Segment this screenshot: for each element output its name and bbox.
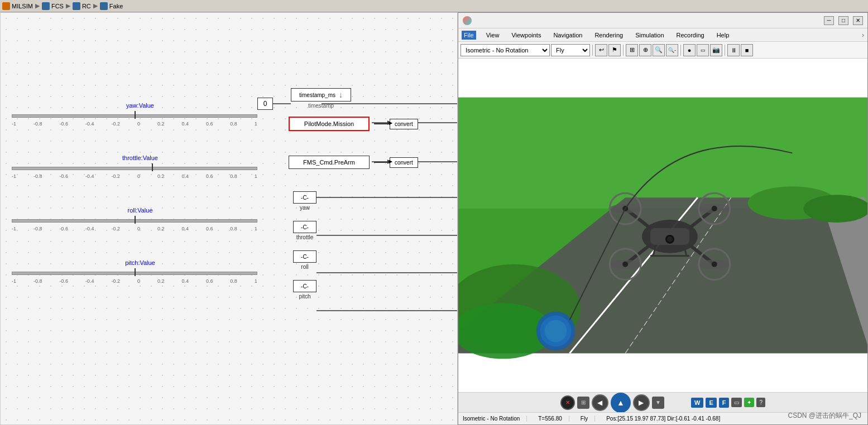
fmscmd-area: FMS_Cmd.PreArm ▶ convert xyxy=(289,156,418,169)
maximize-button[interactable]: □ xyxy=(838,16,848,25)
yaw-signal-label: yaw xyxy=(300,205,310,211)
nav-w-btn[interactable]: W xyxy=(691,398,703,408)
nav-center-btn[interactable]: ▲ xyxy=(611,393,631,413)
nav-square-btn[interactable]: ⊞ xyxy=(577,397,589,409)
viewer-window-controls: ─ □ ✕ xyxy=(824,16,863,25)
menu-viewpoints[interactable]: Viewpoints xyxy=(509,31,543,40)
throttle-slider-bg xyxy=(12,167,257,170)
pitch-slider-container[interactable]: -1 -0.8 -0.6 -0.4 -0.2 0 0.2 0.4 0.6 0.8… xyxy=(12,268,257,284)
menu-simulation[interactable]: Simulation xyxy=(633,31,666,40)
throttle-signal-label: throttle xyxy=(296,234,314,240)
fly-mode-select[interactable]: Fly xyxy=(551,44,590,56)
pitch-slider-thumb[interactable] xyxy=(135,268,136,276)
pilotmode-block: PilotMode.Mission xyxy=(289,117,370,131)
pitch-slider-track[interactable] xyxy=(12,268,257,278)
breadcrumb-label-fcs: FCS xyxy=(51,3,64,9)
add-viewpoint-button[interactable]: ⚑ xyxy=(608,44,621,56)
close-button[interactable]: ✕ xyxy=(853,16,863,25)
svg-point-42 xyxy=(667,236,673,242)
yaw-slider-group: yaw:Value -1 -0.8 -0.6 -0.4 -0.2 0 0.2 xyxy=(12,102,268,127)
menu-rendering[interactable]: Rendering xyxy=(592,31,625,40)
screenshot-button[interactable]: 📷 xyxy=(710,44,722,56)
main-container: yaw:Value -1 -0.8 -0.6 -0.4 -0.2 0 0.2 xyxy=(0,12,868,425)
svg-point-47 xyxy=(803,195,867,223)
breadcrumb-item-fcs[interactable]: FCS xyxy=(42,2,64,10)
breadcrumb-sep-3: ▶ xyxy=(93,2,98,9)
breadcrumb-item-rc[interactable]: RC xyxy=(73,2,91,10)
status-viewmode: Isometric - No Rotation xyxy=(463,416,527,422)
menu-help[interactable]: Help xyxy=(714,31,732,40)
throttle-slider-thumb[interactable] xyxy=(152,163,153,171)
throttle-slider-track[interactable] xyxy=(12,163,257,173)
roll-slider-thumb[interactable] xyxy=(135,216,136,224)
nav-help-btn[interactable]: ? xyxy=(756,398,765,407)
down-icon: ▼ xyxy=(655,399,661,405)
record-button[interactable]: ● xyxy=(683,44,696,56)
pitch-scale: -1 -0.8 -0.6 -0.4 -0.2 0 0.2 0.4 0.6 0.8… xyxy=(12,278,257,284)
status-time: T=556.80 xyxy=(538,416,569,422)
menu-more-icon[interactable]: › xyxy=(862,31,864,39)
fake-icon xyxy=(100,2,108,10)
zoom-in-button[interactable]: 🔍 xyxy=(653,44,665,56)
roll-scale: -1 -0.8 -0.6 -0.4 -0.2 0 0.2 0.4 0.6 0.8… xyxy=(12,226,257,231)
viewport-3d[interactable] xyxy=(458,59,867,392)
arrow-line-1: ▶ xyxy=(374,123,390,124)
timestamp-area: timestamp_ms ↓ timestamp xyxy=(291,88,351,109)
roll-slider-group: roll:Value -1 -0.8 -0.6 -0.4 -0.2 0 0.2 xyxy=(12,207,268,231)
screenshot-text-button[interactable]: ▭ xyxy=(697,44,709,56)
nav-stop-circle[interactable]: ✕ xyxy=(560,395,575,410)
nav-up-icon: ▲ xyxy=(617,398,625,407)
svg-point-36 xyxy=(712,262,717,267)
svg-point-35 xyxy=(622,262,628,267)
move-to-object-button[interactable]: ⊞ xyxy=(626,44,638,56)
nav-f-btn[interactable]: F xyxy=(719,398,730,408)
zoom-out-button[interactable]: 🔍- xyxy=(666,44,678,56)
svg-point-34 xyxy=(712,206,717,211)
yaw-signal-block: -C- xyxy=(293,191,316,204)
left-arrow-icon: ◀ xyxy=(597,399,602,407)
roll-slider-container[interactable]: -1 -0.8 -0.6 -0.4 -0.2 0 0.2 0.4 0.6 0.8… xyxy=(12,216,257,231)
zero-block: 0 xyxy=(257,98,273,110)
center-on-button[interactable]: ⊕ xyxy=(639,44,651,56)
breadcrumb-item-milsim[interactable]: MILSIM xyxy=(2,2,33,10)
scene-svg xyxy=(458,59,867,392)
nav-e-btn[interactable]: E xyxy=(706,398,716,408)
yaw-slider-container[interactable]: -1 -0.8 -0.6 -0.4 -0.2 0 0.2 0.4 0.6 0.8… xyxy=(12,111,257,127)
breadcrumb: MILSIM ▶ FCS ▶ RC ▶ Fake xyxy=(2,2,123,10)
breadcrumb-sep-1: ▶ xyxy=(35,2,40,9)
viewpoint-select[interactable]: Isometric - No Rotation xyxy=(461,44,550,56)
roll-slider-track[interactable] xyxy=(12,216,257,226)
svg-point-22 xyxy=(545,320,567,342)
simulink-canvas[interactable]: yaw:Value -1 -0.8 -0.6 -0.4 -0.2 0 0.2 xyxy=(0,12,458,425)
breadcrumb-label-rc: RC xyxy=(82,3,91,9)
menu-recording[interactable]: Recording xyxy=(674,31,707,40)
yaw-slider-track[interactable] xyxy=(12,111,257,121)
fmscmd-block: FMS_Cmd.PreArm xyxy=(289,156,370,169)
yaw-slider-thumb[interactable] xyxy=(135,111,136,119)
throttle-signal-group: -C- throttle xyxy=(293,221,316,240)
breadcrumb-item-fake[interactable]: Fake xyxy=(100,2,123,10)
nav-left-btn[interactable]: ◀ xyxy=(592,394,608,411)
viewer-titlebar: ─ □ ✕ xyxy=(458,13,867,28)
nav-right-btn[interactable]: ▶ xyxy=(633,394,650,411)
viewer-title-left xyxy=(463,16,472,25)
pause-button[interactable]: ⏸ xyxy=(727,44,740,56)
yaw-label: yaw:Value xyxy=(12,102,268,109)
throttle-slider-container[interactable]: -1 -0.8 -0.6 -0.4 -0.2 0 0.2 0.4 0.6 0.8… xyxy=(12,163,257,179)
toolbar-sep-3 xyxy=(680,45,681,56)
nav-screen-btn[interactable]: ▭ xyxy=(731,398,742,407)
throttle-slider-group: throttle:Value -1 -0.8 -0.6 -0.4 -0.2 0 … xyxy=(12,154,268,179)
breadcrumb-label-fake: Fake xyxy=(109,3,123,9)
minimize-button[interactable]: ─ xyxy=(824,16,834,25)
yaw-scale: -1 -0.8 -0.6 -0.4 -0.2 0 0.2 0.4 0.6 0.8… xyxy=(12,121,257,127)
timestamp-label: timestamp xyxy=(308,103,334,109)
menu-file[interactable]: File xyxy=(462,31,476,40)
stop-button[interactable]: ■ xyxy=(741,44,753,56)
pilotmode-area: PilotMode.Mission ▶ convert xyxy=(289,117,418,131)
return-to-viewpoint-button[interactable]: ↩ xyxy=(595,44,607,56)
nav-green-btn[interactable]: ✦ xyxy=(744,398,754,407)
menu-view[interactable]: View xyxy=(484,31,502,40)
breadcrumb-sep-2: ▶ xyxy=(66,2,70,9)
nav-down-btn[interactable]: ▼ xyxy=(652,397,664,409)
menu-navigation[interactable]: Navigation xyxy=(551,31,584,40)
